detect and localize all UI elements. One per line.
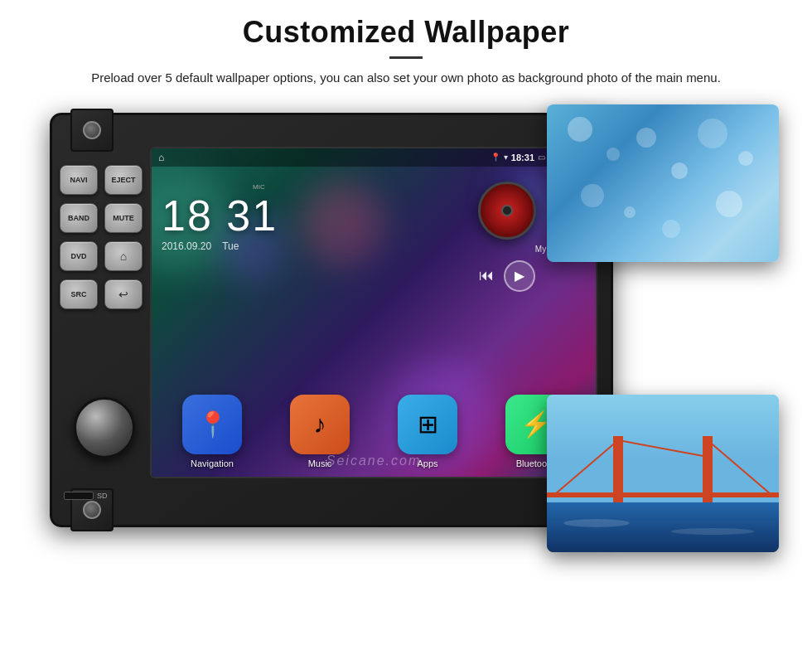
navi-button[interactable]: NAVI <box>60 165 98 195</box>
sd-slot[interactable] <box>64 492 94 500</box>
apps-icon-box: ⊞ <box>398 395 457 454</box>
bluetooth-icon: ⚡ <box>520 410 551 439</box>
music-icon-box: ♪ <box>290 395 350 454</box>
volume-knob[interactable] <box>74 397 135 458</box>
album-center <box>501 205 513 216</box>
bridge-svg <box>547 395 779 552</box>
sd-card-area: SD <box>64 492 108 500</box>
player-controls: ⏮ ▶ <box>479 260 535 292</box>
home-button[interactable]: ⌂ <box>104 241 143 271</box>
bridge-background <box>547 395 779 552</box>
bokeh-3 <box>301 182 384 264</box>
album-art <box>478 182 536 240</box>
svg-point-6 <box>581 184 604 207</box>
nav-app-icon[interactable]: 📍 Navigation <box>182 395 242 468</box>
status-bar: ⌂ 📍 ▾ 18:31 ▭ ⊟ 🔈 ⏏ ✕ <box>152 148 596 167</box>
stereo-frame: NAVI EJECT BAND MUTE DVD ⌂ SRC ↩ SD <box>50 113 613 527</box>
screen-bezel: ⌂ 📍 ▾ 18:31 ▭ ⊟ 🔈 ⏏ ✕ MIC <box>150 147 597 478</box>
bracket-top-left <box>70 109 114 152</box>
location-icon: 📍 <box>491 153 500 162</box>
button-row-2: BAND MUTE <box>60 203 143 233</box>
button-row-3: DVD ⌂ <box>60 241 143 271</box>
svg-point-9 <box>716 191 742 217</box>
svg-rect-11 <box>547 502 779 552</box>
mute-button[interactable]: MUTE <box>104 203 143 233</box>
band-button[interactable]: BAND <box>60 203 98 233</box>
eject-button[interactable]: EJECT <box>104 165 143 195</box>
svg-point-18 <box>563 519 630 527</box>
status-clock: 18:31 <box>511 153 534 162</box>
clock-display: 18 31 <box>162 194 278 237</box>
play-button[interactable]: ▶ <box>504 260 535 292</box>
wifi-icon: ▾ <box>504 153 508 162</box>
svg-rect-17 <box>547 492 779 497</box>
nav-icon: 📍 <box>197 410 228 439</box>
page-header: Customized Wallpaper Preload over 5 defa… <box>0 0 812 96</box>
clock-area: 18 31 2016.09.20 Tue <box>162 194 278 252</box>
clock-date: 2016.09.20 Tue <box>162 240 278 252</box>
rain-background <box>547 104 779 262</box>
dvd-button[interactable]: DVD <box>60 241 98 271</box>
overlay-bridge <box>547 395 779 552</box>
prev-button[interactable]: ⏮ <box>479 267 494 284</box>
android-home-icon[interactable]: ⌂ <box>158 152 164 163</box>
button-row-1: NAVI EJECT <box>60 165 143 195</box>
page-title: Customized Wallpaper <box>50 15 762 50</box>
svg-point-19 <box>671 528 754 535</box>
title-divider <box>389 56 423 59</box>
screen-content: ⌂ 📍 ▾ 18:31 ▭ ⊟ 🔈 ⏏ ✕ MIC <box>152 148 596 477</box>
button-row-4: SRC ↩ <box>60 279 143 309</box>
svg-point-2 <box>636 128 656 148</box>
device-container: NAVI EJECT BAND MUTE DVD ⌂ SRC ↩ SD <box>33 104 779 569</box>
watermark: Seicane.com <box>326 453 422 468</box>
nav-label: Navigation <box>191 458 234 468</box>
svg-point-5 <box>738 151 753 166</box>
header-description: Preload over 5 default wallpaper options… <box>83 69 729 88</box>
src-button[interactable]: SRC <box>60 279 98 309</box>
svg-point-7 <box>624 206 636 218</box>
sd-label: SD <box>97 492 108 500</box>
apps-icon: ⊞ <box>418 410 438 439</box>
mic-label: MIC <box>253 183 265 191</box>
back-button[interactable]: ↩ <box>104 279 143 309</box>
nav-icon-box: 📍 <box>182 395 242 454</box>
svg-point-8 <box>662 220 680 238</box>
rain-svg <box>547 104 779 262</box>
battery-icon: ▭ <box>538 153 545 162</box>
overlay-rain <box>547 104 779 262</box>
volume-knob-area <box>74 397 135 458</box>
svg-point-4 <box>698 119 727 148</box>
svg-point-1 <box>607 148 620 161</box>
music-icon: ♪ <box>314 410 326 439</box>
svg-point-3 <box>671 162 688 179</box>
svg-point-0 <box>568 117 592 142</box>
